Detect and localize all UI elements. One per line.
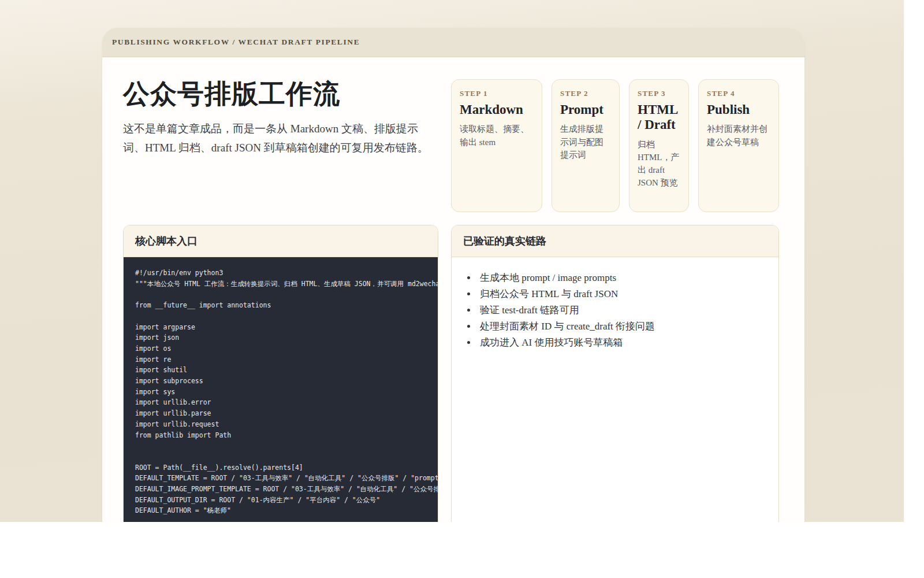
- step-card-markdown: STEP 1 Markdown 读取标题、摘要、输出 stem: [451, 79, 542, 212]
- list-item: 成功进入 AI 使用技巧账号草稿箱: [477, 335, 765, 351]
- verified-list: 生成本地 prompt / image prompts 归档公众号 HTML 与…: [465, 270, 765, 351]
- main-card: PUBLISHING WORKFLOW / WECHAT DRAFT PIPEL…: [102, 28, 804, 522]
- code-block: #!/usr/bin/env python3 """本地公众号 HTML 工作流…: [124, 257, 438, 522]
- step-label: STEP 3: [638, 89, 680, 98]
- step-card-publish: STEP 4 Publish 补封面素材并创建公众号草稿: [698, 79, 779, 212]
- step-title: Prompt: [560, 102, 611, 117]
- list-item: 处理封面素材 ID 与 create_draft 衔接问题: [477, 318, 765, 335]
- breadcrumb: PUBLISHING WORKFLOW / WECHAT DRAFT PIPEL…: [112, 38, 360, 47]
- step-description: 读取标题、摘要、输出 stem: [460, 123, 534, 148]
- card-body: 公众号排版工作流 这不是单篇文章成品，而是一条从 Markdown 文稿、排版提…: [102, 57, 804, 522]
- step-title: Markdown: [460, 102, 534, 117]
- verified-links-panel: 已验证的真实链路 生成本地 prompt / image prompts 归档公…: [451, 225, 779, 522]
- step-card-prompt: STEP 2 Prompt 生成排版提示词与配图提示词: [552, 79, 620, 212]
- steps-row: STEP 1 Markdown 读取标题、摘要、输出 stem STEP 2 P…: [451, 79, 779, 212]
- step-description: 生成排版提示词与配图提示词: [560, 123, 611, 161]
- step-description: 补封面素材并创建公众号草稿: [707, 123, 770, 148]
- list-item: 生成本地 prompt / image prompts: [477, 270, 765, 286]
- page-subtitle: 这不是单篇文章成品，而是一条从 Markdown 文稿、排版提示词、HTML 归…: [123, 120, 438, 157]
- script-entry-panel: 核心脚本入口 #!/usr/bin/env python3 """本地公众号 H…: [123, 225, 438, 522]
- step-label: STEP 1: [460, 89, 534, 98]
- list-item: 验证 test-draft 链路可用: [477, 302, 765, 318]
- card-header-strip: PUBLISHING WORKFLOW / WECHAT DRAFT PIPEL…: [102, 28, 804, 57]
- step-label: STEP 2: [560, 89, 611, 98]
- page-background: PUBLISHING WORKFLOW / WECHAT DRAFT PIPEL…: [0, 0, 904, 522]
- hero-section: 公众号排版工作流 这不是单篇文章成品，而是一条从 Markdown 文稿、排版提…: [123, 79, 438, 212]
- verified-panel-body: 生成本地 prompt / image prompts 归档公众号 HTML 与…: [452, 257, 778, 522]
- page-title: 公众号排版工作流: [123, 79, 438, 110]
- script-panel-header: 核心脚本入口: [124, 225, 438, 257]
- step-label: STEP 4: [707, 89, 770, 98]
- script-panel-title: 核心脚本入口: [135, 235, 198, 247]
- step-title: Publish: [707, 102, 770, 117]
- step-title: HTML / Draft: [638, 102, 680, 133]
- step-card-html-draft: STEP 3 HTML / Draft 归档 HTML，产出 draft JSO…: [629, 79, 689, 212]
- step-description: 归档 HTML，产出 draft JSON 预览: [638, 138, 680, 190]
- list-item: 归档公众号 HTML 与 draft JSON: [477, 286, 765, 302]
- verified-panel-header: 已验证的真实链路: [452, 225, 778, 257]
- verified-panel-title: 已验证的真实链路: [463, 235, 546, 247]
